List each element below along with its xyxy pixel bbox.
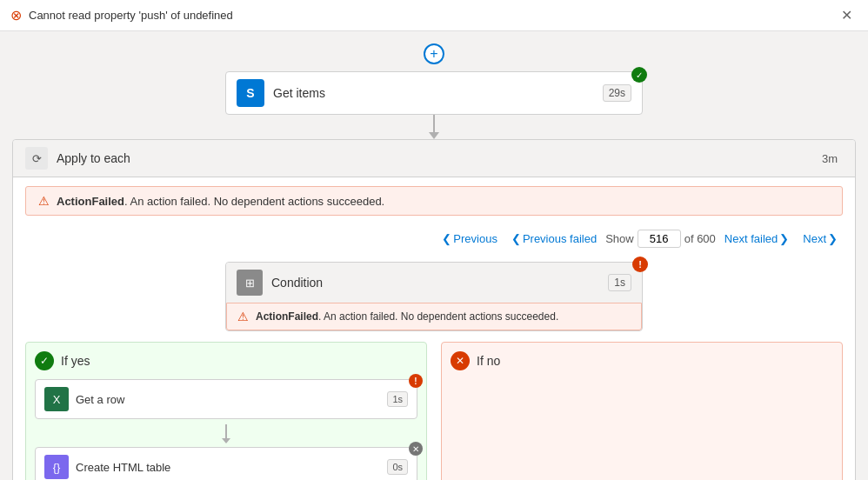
next-failed-chevron: ❯ [779,232,789,245]
branch-no-x-icon: ✕ [451,351,470,370]
branch-yes-header: ✓ If yes [35,351,417,370]
error-message: Cannot read property 'push' of undefined [29,9,233,22]
previous-failed-label: Previous failed [523,232,597,245]
condition-duration: 1s [608,274,631,291]
condition-failed-text: ActionFailed. An action failed. No depen… [256,310,558,323]
next-failed-link[interactable]: Next failed ❯ [719,230,794,247]
b-head [222,438,230,443]
branch-yes-title: If yes [61,354,90,368]
arrow-line [433,115,435,132]
create-html-duration: 0s [387,459,408,475]
show-label: Show [605,232,634,245]
next-failed-label: Next failed [724,232,778,245]
error-circle-icon: ⊗ [10,7,22,23]
branches: ✓ If yes X Get a row 1s ! [25,342,843,480]
branch-no-title: If no [477,354,500,368]
get-items-icon-text: S [246,86,254,100]
loop-header[interactable]: ⟳ Apply to each 3m [13,140,855,177]
branch-arrow-1 [35,424,417,443]
prev-chevron: ❮ [442,232,451,245]
connector-1 [429,115,439,139]
get-items-icon: S [237,79,264,107]
of-total-label: of 600 [684,232,716,245]
create-html-icon: {} [44,455,69,479]
success-checkmark: ✓ [631,67,647,83]
loop-title: Apply to each [57,151,813,165]
condition-failed-banner: ⚠ ActionFailed. An action failed. No dep… [226,303,642,330]
loop-duration: 3m [822,152,843,165]
prev-failed-chevron: ❮ [511,232,521,245]
branch-no-header: ✕ If no [451,351,833,370]
get-items-block[interactable]: S Get items 29s ✓ [225,71,643,115]
loop-failed-text: ActionFailed. An action failed. No depen… [57,195,384,208]
nav-bar: ❮ Previous ❮ Previous failed Show of 600… [13,224,855,253]
previous-link[interactable]: ❮ Previous [437,230,503,247]
loop-container: ⟳ Apply to each 3m ⚠ ActionFailed. An ac… [12,139,856,480]
iteration-input[interactable] [638,230,681,248]
b-line [225,424,227,438]
next-link[interactable]: Next ❯ [798,230,843,247]
next-chevron: ❯ [828,232,838,245]
get-row-duration: 1s [387,391,408,407]
condition-error-badge: ! [632,257,648,272]
loop-content: ⊞ Condition 1s ⚠ ActionFailed. An action… [13,253,855,480]
branch-yes-check-icon: ✓ [35,351,54,370]
top-connector: + [424,40,444,68]
branch-yes: ✓ If yes X Get a row 1s ! [25,342,427,480]
condition-icon: ⊞ [237,270,263,296]
get-row-label: Get a row [76,393,380,406]
get-items-label: Get items [273,86,603,100]
get-a-row-block[interactable]: X Get a row 1s ! [35,379,417,419]
arrow-head [429,132,439,139]
get-row-icon: X [44,387,69,411]
get-row-error-badge: ! [409,374,423,388]
condition-block[interactable]: ⊞ Condition 1s ⚠ ActionFailed. An action… [225,262,643,331]
condition-label: Condition [271,276,608,290]
previous-label: Previous [453,232,497,245]
create-html-table-block[interactable]: {} Create HTML table 0s ✕ [35,447,417,480]
create-html-skip-badge: ✕ [409,442,423,456]
previous-failed-link[interactable]: ❮ Previous failed [506,230,602,247]
condition-header: ⊞ Condition 1s [226,263,642,303]
warning-icon: ⚠ [38,194,50,208]
get-items-duration: 29s [603,84,631,102]
close-button[interactable]: ✕ [836,5,858,25]
condition-warning-icon: ⚠ [237,310,249,323]
add-step-button[interactable]: + [424,43,444,64]
create-html-label: Create HTML table [76,461,380,474]
loop-failed-banner: ⚠ ActionFailed. An action failed. No dep… [25,186,843,216]
branch-no: ✕ If no [441,342,843,480]
next-label: Next [803,232,826,245]
canvas: + S Get items 29s ✓ ⟳ Apply to each 3m ⚠… [0,31,868,480]
loop-icon: ⟳ [25,147,48,170]
error-bar: ⊗ Cannot read property 'push' of undefin… [0,0,868,31]
